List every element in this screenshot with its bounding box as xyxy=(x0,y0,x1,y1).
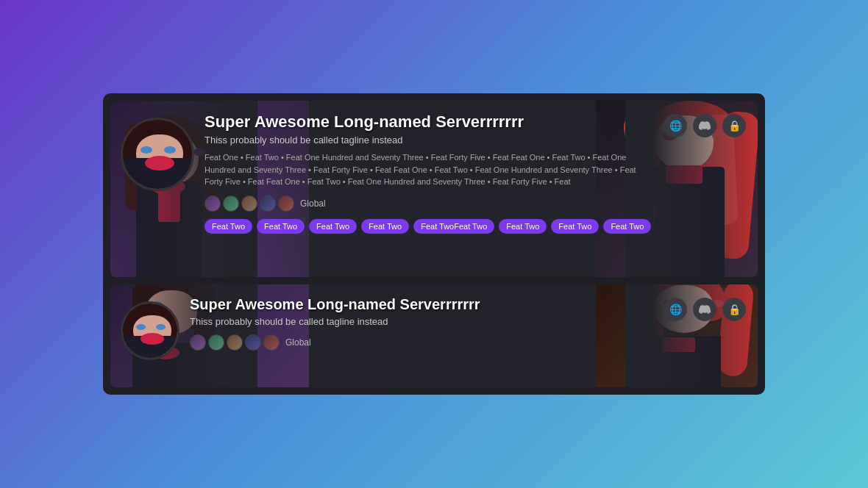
mini-avatar xyxy=(223,195,239,212)
tag-3[interactable]: Feat Two xyxy=(309,219,357,234)
server-meta-1: Global xyxy=(204,195,653,212)
mini-avatar xyxy=(204,195,221,212)
mini-avatar xyxy=(263,334,280,351)
tag-4[interactable]: Feat Two xyxy=(361,219,409,234)
server-info-1: Super Awesome Long-named Serverrrrrrr Th… xyxy=(204,101,664,277)
tag-5[interactable]: Feat TwoFeat Two xyxy=(413,219,494,234)
mini-avatar xyxy=(245,334,261,351)
server-actions-2: 🌐 🔒 xyxy=(664,284,758,387)
mini-avatars-2 xyxy=(190,334,280,351)
mini-avatars-1 xyxy=(204,195,294,212)
server-avatar-2 xyxy=(121,301,179,360)
server-meta-2: Global xyxy=(190,334,653,351)
mini-avatar xyxy=(208,334,224,351)
globe-icon-1[interactable]: 🌐 xyxy=(664,114,687,137)
server-desc-1: Feat One • Feat Two • Feat One Hundred a… xyxy=(204,151,653,188)
server-card-2: Super Awesome Long-named Serverrrrrrr Th… xyxy=(110,284,758,387)
lock-icon-1[interactable]: 🔒 xyxy=(722,114,746,137)
server-info-2: Super Awesome Long-named Serverrrrrrr Th… xyxy=(190,284,664,387)
tag-7[interactable]: Feat Two xyxy=(551,219,599,234)
region-label-2: Global xyxy=(285,337,311,348)
server-title-2: Super Awesome Long-named Serverrrrrrr xyxy=(190,296,653,313)
lock-icon-2[interactable]: 🔒 xyxy=(722,298,746,321)
mini-avatar xyxy=(190,334,206,351)
avatar-col-2 xyxy=(110,284,190,387)
tags-row-1: Feat Two Feat Two Feat Two Feat Two Feat… xyxy=(204,219,653,234)
region-label-1: Global xyxy=(300,198,326,209)
server-tagline-2: Thiss probably should be called tagline … xyxy=(190,316,653,327)
server-list: Super Awesome Long-named Serverrrrrrr Th… xyxy=(103,93,765,395)
server-title-1: Super Awesome Long-named Serverrrrrrr xyxy=(204,112,653,132)
tag-2[interactable]: Feat Two xyxy=(257,219,305,234)
mini-avatar xyxy=(241,195,257,212)
tag-8[interactable]: Feat Two xyxy=(603,219,651,234)
server-actions-1: 🌐 🔒 xyxy=(664,101,758,277)
tag-6[interactable]: Feat Two xyxy=(499,219,547,234)
server-tagline-1: Thiss probably should be called tagline … xyxy=(204,134,653,146)
globe-icon-2[interactable]: 🌐 xyxy=(664,298,687,321)
avatar-col-1 xyxy=(110,101,204,277)
tag-1[interactable]: Feat Two xyxy=(204,219,252,234)
server-card-1: Super Awesome Long-named Serverrrrrrr Th… xyxy=(110,101,758,277)
discord-icon-1[interactable] xyxy=(693,114,716,137)
mini-avatar xyxy=(260,195,276,212)
server-avatar-1 xyxy=(121,118,194,191)
discord-icon-2[interactable] xyxy=(693,298,716,321)
mini-avatar xyxy=(227,334,243,351)
mini-avatar xyxy=(278,195,294,212)
